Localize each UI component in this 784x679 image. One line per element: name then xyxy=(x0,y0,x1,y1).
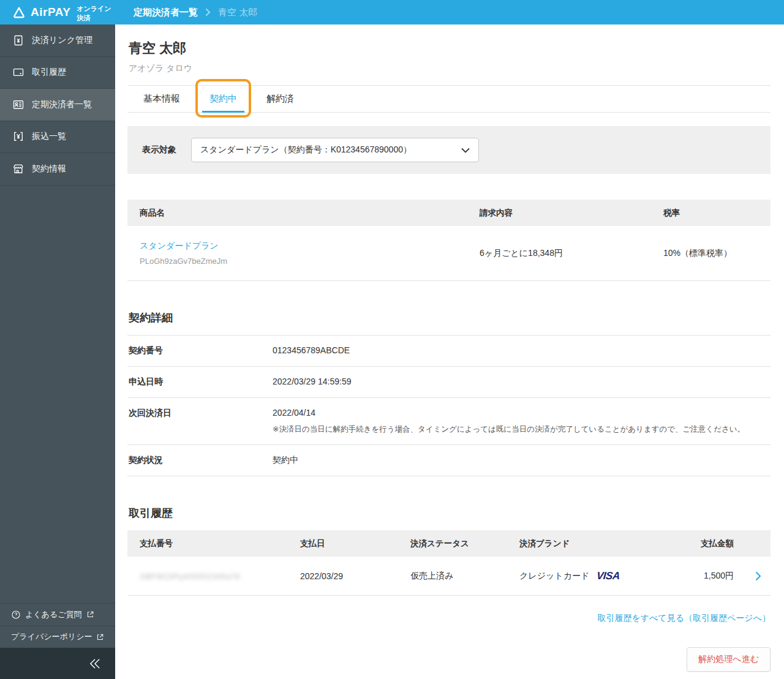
payment-link-icon xyxy=(12,34,24,47)
payment-status: 仮売上済み xyxy=(398,571,507,582)
main-content: 青空 太郎 アオゾラ タロウ 基本情報 契約中 解約済 表示対象 スタンダードプ… xyxy=(115,24,784,679)
breadcrumb-parent[interactable]: 定期決済者一覧 xyxy=(134,7,198,18)
transactions-table-header: 支払番号 支払日 決済ステータス 決済ブランド 支払金額 xyxy=(127,530,771,557)
brand-subtitle: オンライン決済 xyxy=(77,4,115,23)
sidebar-item-label: 取引履歴 xyxy=(32,67,66,78)
id-card-icon xyxy=(12,99,24,111)
tab-bar: 基本情報 契約中 解約済 xyxy=(127,86,771,113)
top-header: AirPAY オンライン決済 定期決済者一覧 青空 太郎 xyxy=(0,0,784,24)
tab-active-contracts[interactable]: 契約中 xyxy=(208,86,238,112)
breadcrumb: 定期決済者一覧 青空 太郎 xyxy=(134,7,257,18)
tab-label: 契約中 xyxy=(209,93,237,103)
detail-label: 申込日時 xyxy=(127,377,273,388)
payment-amount: 1,500円 xyxy=(668,571,734,582)
page-subtitle: アオゾラ タロウ xyxy=(127,58,771,74)
transaction-detail-chevron[interactable] xyxy=(734,571,771,581)
plan-billing: 6ヶ月ごとに18,348円 xyxy=(467,248,651,259)
col-header-payment-number: 支払番号 xyxy=(127,538,288,549)
external-link-icon xyxy=(96,633,104,641)
sidebar-item-contract-info[interactable]: 契約情報 xyxy=(0,153,115,186)
plan-table-header: 商品名 請求内容 税率 xyxy=(127,200,771,226)
sidebar-item-label: 振込一覧 xyxy=(32,131,66,142)
external-link-icon xyxy=(86,610,94,618)
detail-row-next-payment-date: 次回決済日 2022/04/14 ※決済日の当日に解約手続きを行う場合、タイミン… xyxy=(127,397,771,445)
tab-cancelled[interactable]: 解約済 xyxy=(265,86,295,112)
filter-panel: 表示対象 スタンダードプラン（契約番号：K01234567890000） xyxy=(127,126,771,174)
detail-label: 契約番号 xyxy=(127,345,273,356)
sidebar: 決済リンク管理 取引履歴 定期決済者一覧 振込一覧 xyxy=(0,24,115,679)
detail-value: 2022/04/14 xyxy=(273,408,771,418)
payment-brand: クレジットカード xyxy=(519,571,589,582)
col-header-billing: 請求内容 xyxy=(467,208,651,219)
faq-link-label: よくあるご質問 xyxy=(25,609,82,620)
plan-select-dropdown[interactable]: スタンダードプラン（契約番号：K01234567890000） xyxy=(191,138,479,162)
sidebar-item-payment-links[interactable]: 決済リンク管理 xyxy=(0,24,115,57)
contract-detail-heading: 契約詳細 xyxy=(127,310,771,325)
page-title: 青空 太郎 xyxy=(127,24,771,58)
plan-id: PLoGh9zaGv7beZmeJm xyxy=(140,257,467,266)
privacy-policy-link[interactable]: プライバシーポリシー xyxy=(0,626,115,648)
proceed-to-cancellation-button[interactable]: 解約処理へ進む xyxy=(687,647,771,672)
payment-date: 2022/03/29 xyxy=(288,571,398,581)
sidebar-item-label: 契約情報 xyxy=(32,163,66,174)
sidebar-item-label: 決済リンク管理 xyxy=(32,35,92,46)
col-header-tax: 税率 xyxy=(651,208,771,219)
col-header-payment-date: 支払日 xyxy=(288,538,398,549)
visa-logo: VISA xyxy=(596,570,620,582)
col-header-product-name: 商品名 xyxy=(127,208,467,219)
sidebar-item-recurring-customers[interactable]: 定期決済者一覧 xyxy=(0,89,115,121)
chevron-down-icon xyxy=(461,148,470,153)
plan-tax: 10%（標準税率） xyxy=(651,248,771,259)
tab-basic-info[interactable]: 基本情報 xyxy=(142,86,181,112)
col-header-payment-amount: 支払金額 xyxy=(668,538,734,549)
detail-value: 0123456789ABCDE xyxy=(273,345,771,356)
detail-row-application-date: 申込日時 2022/03/29 14:59:59 xyxy=(127,366,771,397)
detail-label: 次回決済日 xyxy=(127,408,273,435)
active-tab-underline xyxy=(202,111,244,113)
col-header-payment-status: 決済ステータス xyxy=(398,538,507,549)
transaction-row[interactable]: ABFW23Py400002345a78 2022/03/29 仮売上済み クレ… xyxy=(127,557,771,596)
airpay-triangle-icon xyxy=(12,6,26,19)
plan-table: 商品名 請求内容 税率 スタンダードプラン PLoGh9zaGv7beZmeJm… xyxy=(127,200,771,281)
double-chevron-left-icon xyxy=(88,658,102,669)
tab-label: 基本情報 xyxy=(143,93,180,103)
sidebar-spacer xyxy=(0,186,115,604)
sidebar-item-label: 定期決済者一覧 xyxy=(32,99,92,110)
breadcrumb-current: 青空 太郎 xyxy=(218,7,257,18)
detail-value: 契約中 xyxy=(273,455,771,466)
store-icon xyxy=(12,163,24,175)
brand-name: AirPAY xyxy=(31,6,70,19)
transactions-heading: 取引履歴 xyxy=(127,506,771,520)
card-icon xyxy=(12,66,24,78)
breadcrumb-separator-icon xyxy=(205,8,211,17)
plan-name-link[interactable]: スタンダードプラン xyxy=(140,241,467,252)
question-icon xyxy=(11,610,21,620)
detail-value: 2022/03/29 14:59:59 xyxy=(273,377,771,388)
detail-row-contract-status: 契約状況 契約中 xyxy=(127,445,771,476)
payment-number-redacted: ABFW23Py400002345a78 xyxy=(140,572,240,581)
privacy-link-label: プライバシーポリシー xyxy=(11,631,92,642)
view-all-transactions-link[interactable]: 取引履歴をすべて見る（取引履歴ページへ） xyxy=(127,613,771,624)
sidebar-collapse-button[interactable] xyxy=(0,648,115,679)
sidebar-item-transfers[interactable]: 振込一覧 xyxy=(0,121,115,154)
selected-plan: スタンダードプラン（契約番号：K01234567890000） xyxy=(200,144,461,156)
transfer-icon xyxy=(12,130,24,143)
faq-link[interactable]: よくあるご質問 xyxy=(0,603,115,626)
sidebar-item-transactions[interactable]: 取引履歴 xyxy=(0,57,115,89)
detail-row-contract-number: 契約番号 0123456789ABCDE xyxy=(127,335,771,366)
airpay-logo[interactable]: AirPAY オンライン決済 xyxy=(0,2,115,23)
plan-table-row: スタンダードプラン PLoGh9zaGv7beZmeJm 6ヶ月ごとに18,34… xyxy=(127,226,771,281)
transactions-table: 支払番号 支払日 決済ステータス 決済ブランド 支払金額 ABFW23Py400… xyxy=(127,530,771,596)
filter-label: 表示対象 xyxy=(142,144,176,156)
next-payment-note: ※決済日の当日に解約手続きを行う場合、タイミングによっては既に当日の決済が完了し… xyxy=(273,424,771,435)
detail-label: 契約状況 xyxy=(127,455,273,466)
contract-detail-list: 契約番号 0123456789ABCDE 申込日時 2022/03/29 14:… xyxy=(127,335,771,476)
col-header-payment-brand: 決済ブランド xyxy=(507,538,668,549)
tab-label: 解約済 xyxy=(266,93,294,103)
